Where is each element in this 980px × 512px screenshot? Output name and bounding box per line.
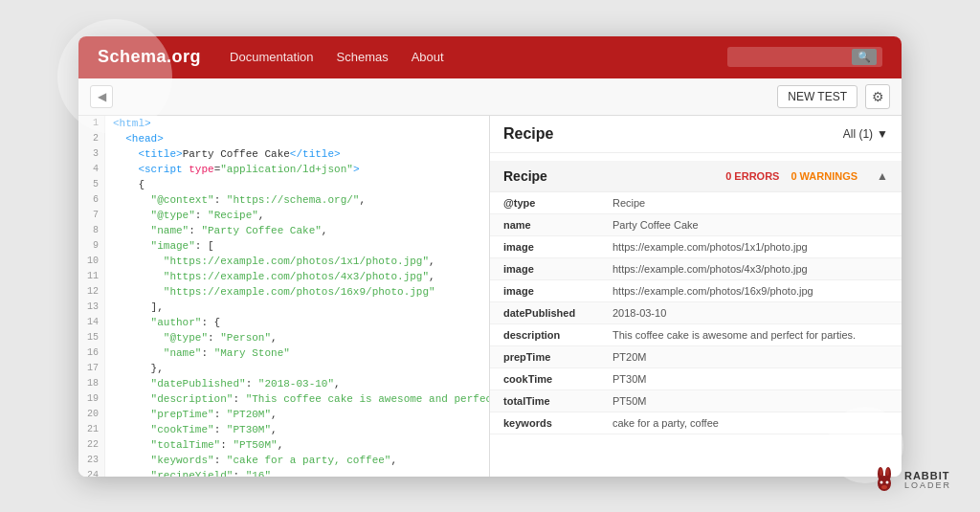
code-line-14: 14 "author": { (78, 315, 489, 330)
code-line-22: 22 "totalTime": "PT50M", (78, 437, 489, 453)
filter-label: All (1) (843, 127, 873, 141)
code-line-9: 9 "image": [ (78, 238, 489, 254)
collapse-button[interactable]: ▲ (877, 169, 888, 183)
prop-val: Recipe (605, 192, 902, 214)
code-line-24: 24 "recipeYield": "16", (78, 468, 489, 477)
table-row: image https://example.com/photos/16x9/ph… (490, 279, 902, 301)
table-row: prepTime PT20M (490, 345, 902, 367)
settings-icon-button[interactable]: ⚙ (865, 84, 890, 109)
error-status: 0 ERRORS 0 WARNINGS ▲ (725, 169, 888, 183)
code-panel: 1 <html> 2 <head> 3 <title>Party Coffee … (78, 116, 490, 477)
results-panel: Recipe All (1) ▼ Recipe 0 ERRORS 0 WARNI… (490, 116, 902, 477)
table-row: datePublished 2018-03-10 (490, 301, 902, 323)
nav-about[interactable]: About (412, 50, 444, 64)
main-split: 1 <html> 2 <head> 3 <title>Party Coffee … (78, 116, 902, 477)
property-table: @type Recipe name Party Coffee Cake imag… (490, 192, 902, 434)
code-line-1: 1 <html> (78, 116, 489, 131)
recipe-section-title: Recipe (503, 168, 547, 184)
code-line-23: 23 "keywords": "cake for a party, coffee… (78, 453, 489, 468)
code-line-21: 21 "cookTime": "PT30M", (78, 422, 489, 437)
chevron-down-icon: ▼ (877, 127, 888, 141)
nav-documentation[interactable]: Documentation (230, 50, 313, 64)
recipe-section-header: Recipe 0 ERRORS 0 WARNINGS ▲ (490, 161, 902, 192)
prop-val: https://example.com/photos/16x9/photo.jp… (605, 279, 902, 301)
code-line-15: 15 "@type": "Person", (78, 330, 489, 345)
search-button[interactable]: 🔍 (852, 49, 877, 65)
table-row: name Party Coffee Cake (490, 213, 902, 235)
rabbit-icon (870, 466, 899, 495)
rabbit-subtitle: LOADER (904, 481, 951, 491)
code-line-6: 6 "@context": "https://schema.org/", (78, 192, 489, 208)
results-filter[interactable]: All (1) ▼ (843, 127, 888, 141)
prop-key: name (490, 213, 605, 235)
nav-schemas[interactable]: Schemas (337, 50, 389, 64)
errors-label: 0 ERRORS (725, 170, 779, 182)
warnings-label: 0 WARNINGS (791, 170, 858, 182)
new-test-button[interactable]: NEW TEST (777, 85, 858, 108)
prop-key: image (490, 235, 605, 257)
browser-window: Schema.org Documentation Schemas About 🔍… (78, 36, 902, 477)
code-line-7: 7 "@type": "Recipe", (78, 208, 489, 223)
code-line-4: 4 <script type="application/ld+json"> (78, 162, 489, 177)
table-row: image https://example.com/photos/1x1/pho… (490, 235, 902, 257)
prop-val: Party Coffee Cake (605, 213, 902, 235)
rabbit-text: RABBIT LOADER (904, 470, 951, 491)
code-line-5: 5 { (78, 177, 489, 192)
table-row: cookTime PT30M (490, 367, 902, 390)
content-area: ◀ NEW TEST ⚙ 1 <html> 2 <head> 3 <title>… (78, 78, 902, 477)
prop-key: cookTime (490, 367, 605, 390)
svg-point-7 (886, 468, 889, 476)
code-line-8: 8 "name": "Party Coffee Cake", (78, 223, 489, 238)
back-button[interactable]: ◀ (90, 85, 113, 108)
prop-key: totalTime (490, 390, 605, 412)
prop-key: keywords (490, 412, 605, 434)
prop-key: @type (490, 192, 605, 214)
svg-point-6 (880, 468, 882, 476)
navbar-search: 🔍 (727, 47, 882, 67)
table-row: keywords cake for a party, coffee (490, 412, 902, 434)
results-title: Recipe (503, 125, 553, 143)
table-row: image https://example.com/photos/4x3/pho… (490, 257, 902, 279)
code-line-13: 13 ], (78, 300, 489, 315)
prop-val: PT50M (605, 390, 902, 412)
code-line-12: 12 "https://example.com/photos/16x9/phot… (78, 284, 489, 300)
svg-point-4 (885, 481, 888, 484)
prop-key: image (490, 257, 605, 279)
code-line-20: 20 "prepTime": "PT20M", (78, 407, 489, 422)
table-row: description This coffee cake is awesome … (490, 323, 902, 345)
code-line-10: 10 "https://example.com/photos/1x1/photo… (78, 254, 489, 269)
prop-val: https://example.com/photos/1x1/photo.jpg (605, 235, 902, 257)
recipe-section: Recipe 0 ERRORS 0 WARNINGS ▲ @type Recip… (490, 161, 902, 434)
prop-val: This coffee cake is awesome and perfect … (605, 323, 902, 345)
results-header: Recipe All (1) ▼ (490, 116, 902, 153)
navbar: Schema.org Documentation Schemas About 🔍 (78, 36, 902, 78)
navbar-links: Documentation Schemas About (230, 50, 727, 64)
prop-val: 2018-03-10 (605, 301, 902, 323)
table-row: @type Recipe (490, 192, 902, 214)
search-input[interactable] (733, 51, 848, 64)
rabbit-loader-logo: RABBIT LOADER (870, 466, 951, 495)
toolbar: ◀ NEW TEST ⚙ (78, 78, 902, 116)
code-line-2: 2 <head> (78, 131, 489, 146)
prop-key: image (490, 279, 605, 301)
prop-val: PT30M (605, 367, 902, 390)
prop-val: https://example.com/photos/4x3/photo.jpg (605, 257, 902, 279)
navbar-brand: Schema.org (98, 47, 201, 67)
code-line-16: 16 "name": "Mary Stone" (78, 345, 489, 361)
code-line-11: 11 "https://example.com/photos/4x3/photo… (78, 269, 489, 284)
prop-val: PT20M (605, 345, 902, 367)
svg-point-5 (881, 485, 887, 489)
prop-val: cake for a party, coffee (605, 412, 902, 434)
prop-key: description (490, 323, 605, 345)
code-line-17: 17 }, (78, 361, 489, 376)
prop-key: prepTime (490, 345, 605, 367)
code-line-18: 18 "datePublished": "2018-03-10", (78, 376, 489, 391)
code-line-19: 19 "description": "This coffee cake is a… (78, 391, 489, 407)
code-line-3: 3 <title>Party Coffee Cake</title> (78, 146, 489, 162)
prop-key: datePublished (490, 301, 605, 323)
svg-point-3 (880, 481, 882, 484)
table-row: totalTime PT50M (490, 390, 902, 412)
